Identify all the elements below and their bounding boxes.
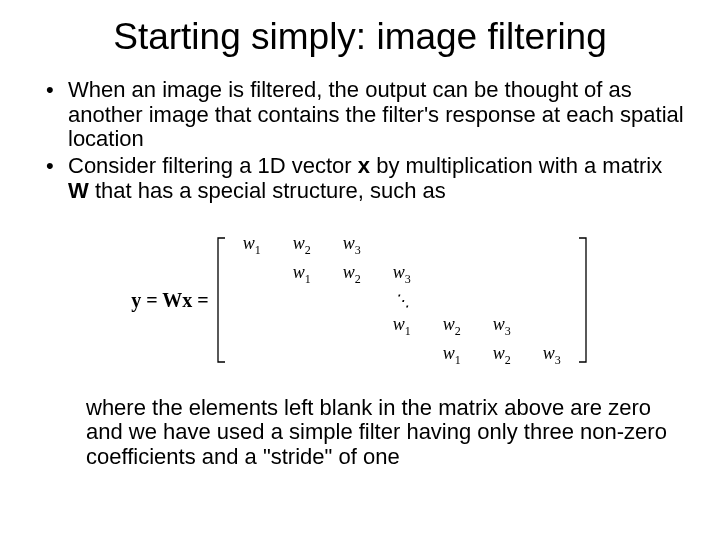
matrix-body: w1 w2 w3 w1 w2 w3 ⋱ w1 w2 w3 <box>227 231 577 369</box>
slide: Starting simply: image filtering When an… <box>0 0 720 540</box>
equation-lhs: y = Wx = <box>131 289 208 312</box>
closing-text: where the elements left blank in the mat… <box>36 396 684 470</box>
bullet-item: Consider filtering a 1D vector x by mult… <box>68 154 684 203</box>
matrix-equation: y = Wx = w1 w2 w3 w1 w2 w3 ⋱ <box>36 231 684 369</box>
right-bracket-icon <box>577 236 589 364</box>
page-title: Starting simply: image filtering <box>36 16 684 58</box>
bullet-item: When an image is filtered, the output ca… <box>68 78 684 152</box>
left-bracket-icon <box>215 236 227 364</box>
bullet-list: When an image is filtered, the output ca… <box>36 78 684 203</box>
